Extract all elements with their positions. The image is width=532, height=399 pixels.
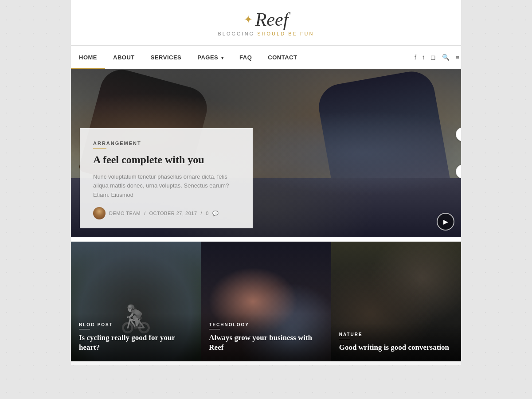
nav-item-home[interactable]: HOME [71,46,105,69]
site-logo[interactable]: ✦ Reef [244,9,289,30]
slider-prev-button[interactable]: ▲ [456,127,461,141]
hero-slider: ARRANGEMENT A feel complete with you Nun… [71,69,461,237]
main-nav: HOME ABOUT SERVICES PAGES ▾ FAQ CONTACT … [71,45,461,69]
nav-item-pages[interactable]: PAGES ▾ [189,46,231,69]
comment-icon: 💬 [212,211,219,216]
hero-category: ARRANGEMENT [93,141,239,149]
slider-next-button[interactable]: ▼ [456,164,461,179]
hero-excerpt: Nunc voluptatum tenetur phasellus ornare… [93,172,239,200]
article-overlay-3: NATURE Good writing is good conversation [331,323,461,361]
logo-tagline: BLOGGING SHOULD BE FUN [218,31,314,36]
hero-title: A feel complete with you [93,153,239,167]
article-overlay-1: BLOG POST Is cycling really good for you… [71,313,201,361]
article-card-technology[interactable]: TECHNOLOGY Always grow your business wit… [201,242,331,361]
logo-text: Reef [255,9,289,30]
bottom-strip [71,361,461,365]
article-overlay-2: TECHNOLOGY Always grow your business wit… [201,313,331,361]
hero-separator-2: / [201,211,203,216]
article-category-3: NATURE [339,332,453,339]
article-card-cycling[interactable]: BLOG POST Is cycling really good for you… [71,242,201,361]
logo-star-icon: ✦ [244,13,253,26]
hamburger-menu-icon[interactable]: ≡ [456,54,459,61]
twitter-icon[interactable]: t [422,54,424,61]
hero-overlay-card: ARRANGEMENT A feel complete with you Nun… [80,128,253,228]
hero-separator-1: / [144,211,146,216]
slider-nav: ▲ ▼ [456,127,461,179]
nav-social: f t ◻ 🔍 ≡ [415,54,461,61]
nav-item-services[interactable]: SERVICES [143,46,190,69]
hero-date: OCTOBER 27, 2017 [149,211,197,216]
hero-meta: DEMO TEAM / OCTOBER 27, 2017 / 0 💬 [93,207,239,219]
author-avatar [93,207,106,219]
nav-links: HOME ABOUT SERVICES PAGES ▾ FAQ CONTACT [71,46,305,69]
figure-right [315,69,451,204]
hero-comments: 0 [206,211,209,216]
article-title-1: Is cycling really good for your heart? [79,333,193,352]
nav-item-faq[interactable]: FAQ [231,46,260,69]
article-card-nature[interactable]: NATURE Good writing is good conversation [331,242,461,361]
video-play-button[interactable]: ▶ [437,213,454,231]
tagline-highlight: SHOULD BE FUN [257,31,314,36]
tagline-plain: BLOGGING [218,31,258,36]
search-icon[interactable]: 🔍 [442,54,450,61]
article-title-2: Always grow your business with Reef [209,333,323,352]
pages-chevron-icon: ▾ [219,55,223,60]
article-category-1: BLOG POST [79,322,193,329]
site-header: ✦ Reef BLOGGING SHOULD BE FUN [71,0,461,41]
hero-author: DEMO TEAM [109,211,141,216]
article-title-3: Good writing is good conversation [339,343,453,352]
instagram-icon[interactable]: ◻ [430,54,436,61]
logo-area: ✦ Reef BLOGGING SHOULD BE FUN [71,9,461,36]
avatar-inner [93,207,106,219]
pages-label: PAGES [197,54,218,61]
facebook-icon[interactable]: f [415,54,417,61]
nav-item-about[interactable]: ABOUT [105,46,143,69]
article-category-2: TECHNOLOGY [209,322,323,329]
nav-item-contact[interactable]: CONTACT [260,46,305,69]
articles-grid: BLOG POST Is cycling really good for you… [71,242,461,361]
